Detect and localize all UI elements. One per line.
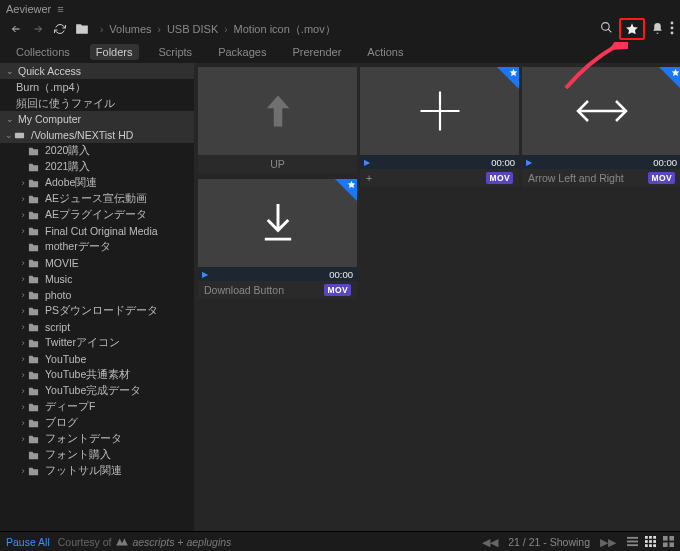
tree-item[interactable]: ›AEプラグインデータ [0, 207, 194, 223]
chevron-right-icon[interactable]: › [18, 194, 28, 204]
quick-access-header[interactable]: ⌄ Quick Access [0, 63, 194, 79]
tab-prerender[interactable]: Prerender [286, 44, 347, 60]
card-label: Arrow Left and Right [528, 172, 624, 184]
svg-point-1 [671, 22, 674, 25]
breadcrumb-seg-1[interactable]: USB DISK [167, 23, 218, 35]
search-icon[interactable] [600, 21, 613, 37]
play-icon[interactable]: ▶ [364, 158, 370, 167]
view-grid-small-icon[interactable] [644, 536, 656, 548]
tree-item[interactable]: ›photo [0, 287, 194, 303]
chevron-right-icon[interactable]: › [18, 338, 28, 348]
plus-icon [414, 85, 466, 137]
chevron-right-icon[interactable]: › [18, 290, 28, 300]
tree-item[interactable]: ›フォントデータ [0, 431, 194, 447]
tree-item-label: Adobe関連 [45, 176, 97, 190]
bell-icon[interactable] [651, 22, 664, 37]
more-icon[interactable] [670, 21, 674, 37]
tab-packages[interactable]: Packages [212, 44, 272, 60]
my-computer-header[interactable]: ⌄ My Computer [0, 111, 194, 127]
svg-rect-12 [649, 540, 652, 543]
tree-item[interactable]: ›Twitterアイコン [0, 335, 194, 351]
status-next-icon[interactable]: ▶▶ [600, 536, 616, 548]
status-prev-icon[interactable]: ◀◀ [482, 536, 498, 548]
back-button[interactable] [6, 19, 26, 39]
quick-access-item-1[interactable]: 頻回に使うファイル [0, 95, 194, 111]
tree-item-label: AEプラグインデータ [45, 208, 147, 222]
tree-item[interactable]: ›ディープF [0, 399, 194, 415]
download-icon [260, 201, 296, 245]
tree-root[interactable]: ⌄ /Volumes/NEXTist HD [0, 127, 194, 143]
tree-item[interactable]: ›フットサル関連 [0, 463, 194, 479]
chevron-right-icon[interactable]: › [18, 226, 28, 236]
star-corner-icon [497, 67, 519, 89]
card-plus[interactable]: ▶ 00:00 + MOV [360, 67, 519, 187]
refresh-button[interactable] [50, 19, 70, 39]
tree-item-label: photo [45, 289, 71, 301]
breadcrumb: › Volumes › USB DISK › Motion icon（.mov） [100, 22, 336, 37]
tab-actions[interactable]: Actions [361, 44, 409, 60]
tab-scripts[interactable]: Scripts [153, 44, 199, 60]
folder-open-icon[interactable] [72, 19, 92, 39]
tree-item-label: 2020購入 [45, 144, 90, 158]
tab-folders[interactable]: Folders [90, 44, 139, 60]
card-time: 00:00 [329, 269, 353, 280]
tree-item[interactable]: ›Music [0, 271, 194, 287]
tree-item[interactable]: ›YouTube共通素材 [0, 367, 194, 383]
play-icon[interactable]: ▶ [526, 158, 532, 167]
breadcrumb-seg-2[interactable]: Motion icon（.mov） [234, 22, 336, 37]
svg-point-0 [602, 23, 610, 31]
tree-item[interactable]: ›YouTube [0, 351, 194, 367]
brand-label: aescripts + aeplugins [115, 536, 231, 548]
card-arrow-lr[interactable]: ▶ 00:00 Arrow Left and Right MOV [522, 67, 680, 187]
chevron-right-icon[interactable]: › [18, 466, 28, 476]
chevron-right-icon[interactable]: › [18, 258, 28, 268]
chevron-right-icon[interactable]: › [18, 306, 28, 316]
forward-button[interactable] [28, 19, 48, 39]
folder-icon [28, 162, 42, 173]
view-list-icon[interactable] [626, 536, 638, 548]
svg-rect-17 [663, 536, 668, 541]
tree-item[interactable]: ›PSダウンロードデータ [0, 303, 194, 319]
tree-item-label: Twitterアイコン [45, 336, 120, 350]
chevron-right-icon[interactable]: › [18, 434, 28, 444]
tree-item[interactable]: ›Final Cut Original Media [0, 223, 194, 239]
arrow-lr-icon [572, 96, 632, 126]
menu-icon[interactable]: ≡ [57, 3, 63, 15]
tree-item[interactable]: ›ブログ [0, 415, 194, 431]
chevron-right-icon[interactable]: › [18, 418, 28, 428]
chevron-right-icon[interactable]: › [18, 210, 28, 220]
folder-icon [28, 434, 42, 445]
tree-item[interactable]: ›AEジュース宣伝動画 [0, 191, 194, 207]
tree-item[interactable]: 2021購入 [0, 159, 194, 175]
tree-item[interactable]: フォント購入 [0, 447, 194, 463]
status-text: 21 / 21 - Showing [508, 536, 590, 548]
tab-collections[interactable]: Collections [10, 44, 76, 60]
tree-item[interactable]: ›script [0, 319, 194, 335]
card-time: 00:00 [653, 157, 677, 168]
view-grid-large-icon[interactable] [662, 536, 674, 548]
chevron-right-icon[interactable]: › [18, 402, 28, 412]
tree-item[interactable]: ›MOVIE [0, 255, 194, 271]
chevron-right-icon[interactable]: › [18, 178, 28, 188]
card-up[interactable]: UP [198, 67, 357, 173]
folder-icon [28, 274, 42, 285]
tree-item[interactable]: ›YouTube完成データ [0, 383, 194, 399]
quick-access-item-0[interactable]: Burn（.mp4） [0, 79, 194, 95]
favorites-button[interactable] [619, 18, 645, 40]
pause-all-button[interactable]: Pause All [6, 536, 50, 548]
play-icon[interactable]: ▶ [202, 270, 208, 279]
folder-icon [28, 242, 42, 253]
sidebar[interactable]: ⌄ Quick Access Burn（.mp4） 頻回に使うファイル ⌄ My… [0, 63, 194, 531]
star-corner-icon [335, 179, 357, 201]
tree-item[interactable]: 2020購入 [0, 143, 194, 159]
card-download[interactable]: ▶ 00:00 Download Button MOV [198, 179, 357, 299]
tree-item[interactable]: motherデータ [0, 239, 194, 255]
chevron-right-icon[interactable]: › [18, 354, 28, 364]
chevron-right-icon[interactable]: › [18, 322, 28, 332]
chevron-right-icon[interactable]: › [18, 370, 28, 380]
folder-icon [28, 466, 42, 477]
breadcrumb-seg-0[interactable]: Volumes [109, 23, 151, 35]
tree-item[interactable]: ›Adobe関連 [0, 175, 194, 191]
chevron-right-icon[interactable]: › [18, 274, 28, 284]
chevron-right-icon[interactable]: › [18, 386, 28, 396]
